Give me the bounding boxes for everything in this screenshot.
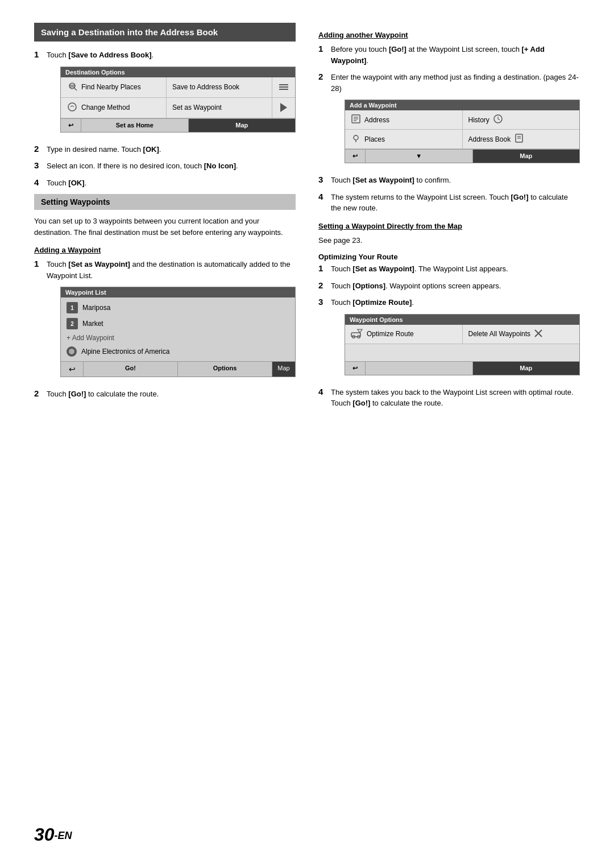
opt-step-1: 1 Touch [Set as Waypoint]. The Waypoint … (318, 263, 580, 275)
arrow-right-icon (280, 103, 287, 112)
opt-step-3-content: Touch [Optimize Route]. Waypoint Options… (331, 297, 580, 381)
right-step-3: 3 Touch [Set as Waypoint] to confirm. (318, 175, 580, 186)
optimize-route-cell[interactable]: Optimize Route (345, 325, 463, 344)
delete-all-waypoints-cell[interactable]: Delete All Waypoints (463, 325, 580, 344)
waypoint-list-body: 1 Mariposa 2 Market + Add Waypoint (61, 297, 295, 361)
wp-options-title: Waypoint Options (345, 315, 579, 325)
add-wp-arrow-btn[interactable]: ▼ (366, 150, 473, 163)
rs4-kw1: [Go!] (511, 193, 528, 201)
add-wp-back-btn[interactable]: ↩ (345, 150, 366, 163)
os3-kw1: [Optimize Route] (352, 298, 412, 307)
opt-step-4: 4 The system takes you back to the Waypo… (318, 387, 580, 409)
rs3-kw1: [Set as Waypoint] (352, 176, 414, 184)
address-book-cell[interactable]: Address Book (463, 130, 580, 148)
waypoint-list-screen: Waypoint List 1 Mariposa 2 Market + Add … (60, 287, 296, 377)
change-method-icon (67, 101, 78, 114)
dest-footer: ↩ Set as Home Map (61, 118, 295, 132)
setting-from-map-heading: Setting a Waypoint Directly from the Map (318, 222, 580, 230)
step-4-content: Touch [OK]. (47, 177, 296, 189)
wp-opt-map-btn[interactable]: Map (473, 362, 580, 375)
step-num-3: 3 (34, 160, 43, 170)
add-waypoint-item[interactable]: + Add Waypoint (61, 332, 295, 344)
waypoint-num-2: 2 (67, 318, 78, 329)
opt-step-3-text: Touch [Optimize Route]. (331, 297, 580, 308)
svg-point-4 (68, 103, 76, 111)
add-wp-map-btn[interactable]: Map (473, 150, 580, 163)
dest-label: Alpine Electronics of America (81, 348, 169, 356)
waypoint-options-btn[interactable]: Options (178, 362, 272, 377)
waypoint-list-title: Waypoint List (61, 287, 295, 297)
page-num-text: 30 (34, 824, 55, 845)
address-cell[interactable]: Address (345, 110, 463, 129)
opt-step-4-content: The system takes you back to the Waypoin… (331, 387, 580, 409)
waypoint-step-1-text: Touch [Set as Waypoint] and the destinat… (47, 259, 296, 281)
right-step-4-content: The system returns to the Waypoint List … (331, 192, 580, 214)
waypoint-item-2: 2 Market (61, 316, 295, 332)
optimize-route-icon (351, 328, 363, 340)
waypoint-step-num-1: 1 (34, 259, 43, 268)
find-nearby-cell[interactable]: Find Nearby Places (61, 77, 167, 97)
history-cell[interactable]: History (463, 110, 580, 129)
step-2-content: Type in desired name. Touch [OK]. (47, 144, 296, 155)
step-1-save: 1 Touch [Save to Address Book]. Destinat… (34, 49, 296, 138)
opt-step-4-text: The system takes you back to the Waypoin… (331, 387, 580, 409)
optimizing-route-heading: Optimizing Your Route (318, 253, 580, 261)
step-num-2: 2 (34, 144, 43, 154)
step-num-1: 1 (34, 49, 43, 59)
opt-step-2-text: Touch [Options]. Waypoint options screen… (331, 280, 580, 292)
rs1-kw1: [Go!] (389, 45, 406, 53)
arrow-cell (272, 98, 295, 118)
back-btn[interactable]: ↩ (61, 119, 81, 132)
svg-point-0 (69, 83, 75, 89)
places-cell[interactable]: Places (345, 130, 463, 148)
waypoint-destination: Alpine Electronics of America (61, 344, 295, 359)
right-step-num-4: 4 (318, 192, 327, 201)
waypoint-map-btn[interactable]: Map (272, 362, 295, 377)
right-column: Adding another Waypoint 1 Before you tou… (318, 23, 580, 415)
opt-step-num-2: 2 (318, 280, 327, 290)
step-4-text: Touch [OK]. (47, 177, 296, 189)
opt-step-2-content: Touch [Options]. Waypoint options screen… (331, 280, 580, 292)
rs1-kw2: [+ Add Waypoint] (331, 45, 545, 65)
save-to-address-book-cell[interactable]: Save to Address Book (167, 77, 272, 97)
set-as-home-btn[interactable]: Set as Home (81, 119, 189, 132)
add-waypoint-body: Address History (345, 110, 579, 163)
waypoint-go-btn[interactable]: Go! (84, 362, 178, 377)
set-as-waypoint-cell[interactable]: Set as Waypoint (167, 98, 272, 118)
map-btn[interactable]: Map (189, 119, 296, 132)
svg-rect-2 (69, 85, 75, 86)
right-step-1: 1 Before you touch [Go!] at the Waypoint… (318, 44, 580, 66)
wp-opt-spacer-btn (366, 362, 473, 375)
opt-step-1-text: Touch [Set as Waypoint]. The Waypoint Li… (331, 263, 580, 275)
right-step-4-text: The system returns to the Waypoint List … (331, 192, 580, 214)
dest-options-title: Destination Options (61, 67, 295, 77)
waypoint-step-2: 2 Touch [Go!] to calculate the route. (34, 388, 296, 400)
opt-step-3: 3 Touch [Optimize Route]. Waypoint Optio… (318, 297, 580, 381)
right-step-3-text: Touch [Set as Waypoint] to confirm. (331, 175, 580, 186)
left-column: Saving a Destination into the Address Bo… (34, 23, 296, 415)
svg-point-5 (69, 349, 74, 354)
right-step-4: 4 The system returns to the Waypoint Lis… (318, 192, 580, 214)
waypoints-body-text: You can set up to 3 waypoints between yo… (34, 216, 296, 238)
svg-marker-19 (358, 329, 362, 333)
opt-step-num-4: 4 (318, 387, 327, 396)
change-method-cell[interactable]: Change Method (61, 98, 167, 118)
address-icon (351, 114, 361, 126)
dest-options-body: Find Nearby Places Save to Address Book (61, 77, 295, 132)
step-2-text: Type in desired name. Touch [OK]. (47, 144, 296, 155)
waypoint-step-1: 1 Touch [Set as Waypoint] and the destin… (34, 259, 296, 383)
waypoint-back-btn[interactable]: ↩ (61, 362, 84, 377)
address-book-icon (514, 133, 524, 145)
right-step-2-text: Enter the waypoint with any method just … (331, 72, 580, 94)
waypoint-label-2: Market (82, 320, 103, 328)
waypoint-options-screen: Waypoint Options Optimize Route Delete A… (345, 314, 580, 375)
wp-opt-back-btn[interactable]: ↩ (345, 362, 366, 375)
page-suffix: -EN (55, 830, 72, 841)
step-4-ok: 4 Touch [OK]. (34, 177, 296, 189)
ws1-kw1: [Set as Waypoint] (68, 260, 130, 268)
page-layout: Saving a Destination into the Address Bo… (34, 23, 580, 415)
find-nearby-icon (67, 81, 78, 94)
step-3-keyword: [No Icon] (204, 162, 236, 170)
page-number: 30-EN (34, 824, 72, 845)
step-num-4: 4 (34, 177, 43, 187)
